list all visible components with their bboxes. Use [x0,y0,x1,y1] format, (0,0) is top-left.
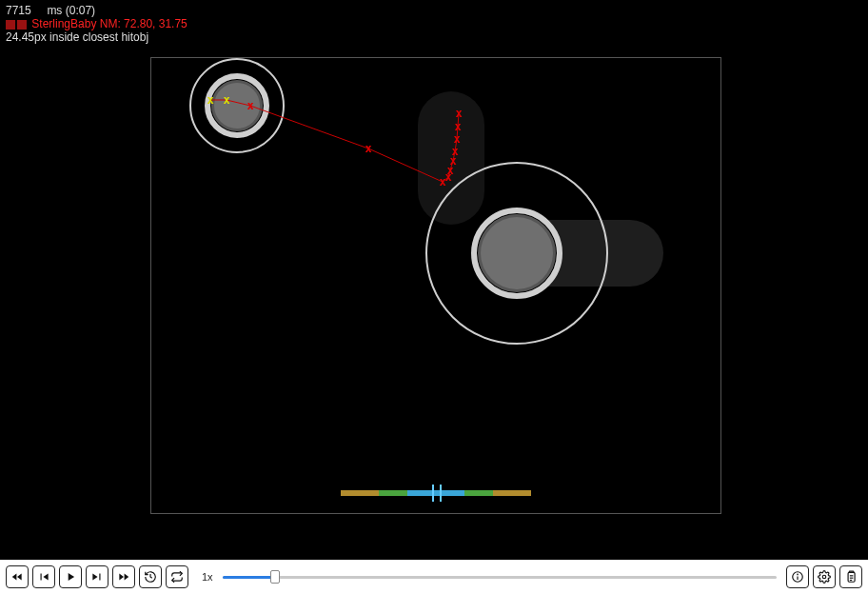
cursor-trail-x: x [455,107,462,120]
time-caption: ms (0:07) [47,4,95,17]
seek-bar[interactable] [223,567,777,586]
hit-error-segment [379,490,407,496]
cursor-trail-x: x [454,120,461,133]
hit-line: 24.45px inside closest hitobj [6,30,187,44]
hit-error-bar [341,490,531,496]
svg-point-2 [798,574,799,575]
skip-back-button[interactable] [6,565,29,588]
next-frame-button[interactable] [86,565,108,588]
playfield[interactable]: xxxxxxxxxxxx [150,57,721,514]
speed-label[interactable]: 1x [202,571,213,583]
loop-button[interactable] [166,565,188,588]
cursor-trail-x: x [365,142,371,155]
cursor-trail-x: x [207,93,213,107]
cursor-trail-x: x [451,145,458,158]
prev-frame-button[interactable] [32,565,55,588]
settings-button[interactable] [813,565,836,588]
cursor-trail-x: x [223,93,229,107]
cursor-trail-x: x [247,99,253,112]
hit-error-segment [464,490,493,496]
player-badge-1 [6,20,15,30]
player-badge-2 [17,20,27,30]
skip-forward-button[interactable] [112,565,135,588]
hit-error-segment [493,490,531,496]
debug-overlay: 7715 ms (0:07) SterlingBaby NM: 72.80, 3… [6,4,187,44]
svg-point-3 [822,575,826,579]
hit-circle-small [205,73,269,138]
hit-error-segment [407,490,464,496]
cursor-trail-x: x [453,132,460,146]
hit-error-segment [341,490,379,496]
history-button[interactable] [139,565,162,588]
hit-error-tick [440,485,442,502]
hit-error-tick [432,485,434,502]
info-button[interactable] [786,565,809,588]
hit-circle-large [471,208,562,299]
play-button[interactable] [59,565,82,588]
clipboard-button[interactable] [839,565,862,588]
player-line: SterlingBaby NM: 72.80, 31.75 [31,17,187,30]
transport-bar: 1x [0,560,868,594]
time-ms: 7715 [6,4,31,17]
